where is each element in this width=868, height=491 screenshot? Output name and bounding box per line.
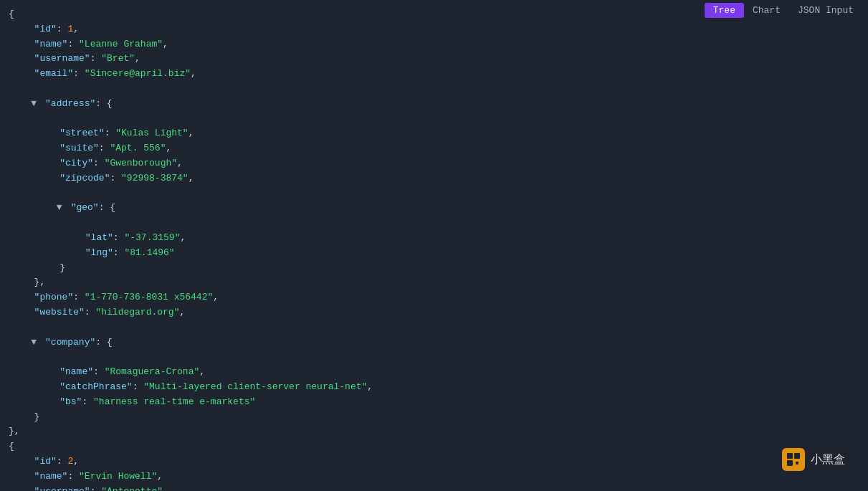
tab-chart[interactable]: Chart	[744, 3, 789, 18]
json-line: "id": 1,	[9, 22, 859, 37]
json-line: "name": "Ervin Howell",	[9, 469, 859, 485]
json-line: },	[9, 275, 859, 290]
json-line: }	[9, 410, 859, 425]
tab-tree[interactable]: Tree	[705, 3, 744, 18]
json-collapsible-address[interactable]: ▼ "address": {	[9, 82, 859, 126]
json-line: }	[9, 261, 859, 276]
json-line: "city": "Gwenborough",	[9, 156, 859, 171]
json-line: {	[9, 439, 859, 454]
json-collapsible-geo[interactable]: ▼ "geo": {	[9, 186, 859, 231]
json-tree-content: { "id": 1, "name": "Leanne Graham", "use…	[0, 0, 868, 491]
json-line: "username": "Antonette",	[9, 485, 859, 492]
json-line: "website": "hildegard.org",	[9, 305, 859, 320]
json-line: "zipcode": "92998-3874",	[9, 171, 859, 186]
json-line: },	[9, 424, 859, 439]
json-line: "name": "Romaguera-Crona",	[9, 365, 859, 380]
json-line: "catchPhrase": "Multi-layered client-ser…	[9, 380, 859, 395]
json-line: "bs": "harness real-time e-markets"	[9, 395, 859, 410]
top-navigation-bar: Tree Chart JSON Input	[699, 0, 868, 21]
json-line: "phone": "1-770-736-8031 x56442",	[9, 290, 859, 305]
json-line: "lng": "81.1496"	[9, 246, 859, 261]
json-collapsible-company[interactable]: ▼ "company": {	[9, 320, 859, 365]
json-line: "id": 2,	[9, 454, 859, 469]
json-line: "lat": "-37.3159",	[9, 231, 859, 246]
json-line: "username": "Bret",	[9, 52, 859, 67]
json-line: "suite": "Apt. 556",	[9, 141, 859, 156]
tab-json-input[interactable]: JSON Input	[789, 3, 862, 18]
json-line: "street": "Kulas Light",	[9, 126, 859, 141]
json-line: "name": "Leanne Graham",	[9, 37, 859, 52]
json-line: "email": "Sincere@april.biz",	[9, 67, 859, 82]
